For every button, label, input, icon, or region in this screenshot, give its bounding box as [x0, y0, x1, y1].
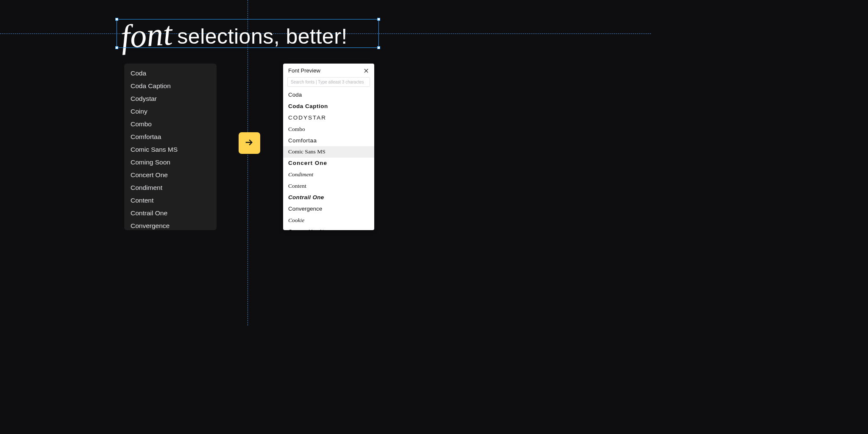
font-list-item[interactable]: Codystar	[124, 92, 217, 105]
resize-handle-bottom-right[interactable]	[377, 46, 380, 49]
close-icon	[363, 68, 369, 74]
font-preview-item[interactable]: Combo	[283, 124, 374, 135]
font-list-item[interactable]: Condiment	[124, 181, 217, 194]
resize-handle-bottom-left[interactable]	[115, 46, 118, 49]
close-button[interactable]	[363, 68, 369, 74]
font-preview-list: CodaCoda CaptionCODYSTARComboComfortaaCo…	[283, 89, 374, 230]
font-list-item[interactable]: Contrail One	[124, 207, 217, 220]
font-preview-item[interactable]: Coda	[283, 89, 374, 101]
font-preview-item[interactable]: Contrail One	[283, 192, 374, 203]
font-list-item[interactable]: Coiny	[124, 105, 217, 118]
font-preview-title: Font Preview	[288, 67, 320, 74]
font-preview-header: Font Preview	[283, 64, 374, 77]
font-preview-item[interactable]: Convergence	[283, 203, 374, 215]
font-preview-panel: Font Preview Search fonts | Type atleast…	[283, 64, 374, 230]
font-preview-item[interactable]: Coda Caption	[283, 101, 374, 112]
font-preview-item[interactable]: Cookie	[283, 215, 374, 226]
font-list-dark: CodaCoda CaptionCodystarCoinyComboComfor…	[124, 64, 217, 230]
font-preview-item[interactable]: Comic Sans MS	[283, 146, 374, 158]
font-preview-item[interactable]: Cooper Hewitt	[283, 226, 374, 231]
font-list-item[interactable]: Coming Soon	[124, 156, 217, 169]
font-preview-item[interactable]: Condiment	[283, 169, 374, 181]
font-list-item[interactable]: Convergence	[124, 220, 217, 230]
font-search-input[interactable]: Search fonts | Type atleast 3 charactes	[287, 77, 370, 87]
arrow-right-icon	[244, 136, 256, 150]
font-list-item[interactable]: Content	[124, 194, 217, 207]
font-list-item[interactable]: Combo	[124, 118, 217, 131]
font-list-item[interactable]: Comfortaa	[124, 131, 217, 143]
font-list-item[interactable]: Coda Caption	[124, 80, 217, 92]
font-preview-item[interactable]: CODYSTAR	[283, 112, 374, 124]
resize-handle-top-left[interactable]	[115, 18, 118, 21]
font-preview-item[interactable]: Content	[283, 181, 374, 192]
font-list-item[interactable]: Coda	[124, 67, 217, 80]
selection-box[interactable]	[117, 19, 379, 48]
font-list-item[interactable]: Concert One	[124, 169, 217, 181]
arrow-box	[239, 132, 260, 154]
resize-handle-top-right[interactable]	[377, 18, 380, 21]
font-preview-item[interactable]: Comfortaa	[283, 135, 374, 147]
font-preview-item[interactable]: Concert One	[283, 158, 374, 169]
font-list-item[interactable]: Comic Sans MS	[124, 143, 217, 156]
